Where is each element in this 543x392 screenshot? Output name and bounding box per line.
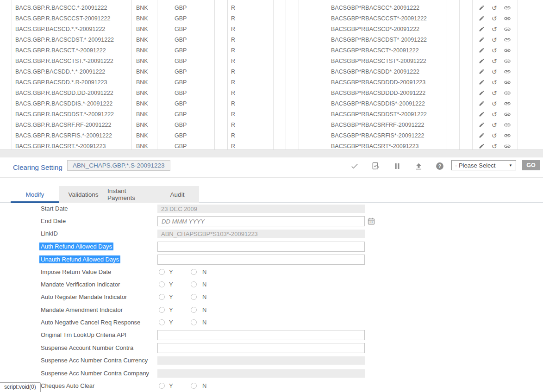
link-icon[interactable] — [504, 36, 511, 44]
cell-currency: GBP — [157, 132, 214, 139]
edit-icon[interactable] — [479, 100, 485, 106]
radio-n[interactable] — [191, 294, 197, 300]
table-row[interactable]: BACS.GBP.R.BACSRT.*-20091223 BNK GBP R B… — [12, 141, 518, 149]
edit-icon[interactable] — [479, 143, 485, 149]
form-row-auth-refund: Auth Refund Allowed Days — [0, 242, 543, 252]
cell-currency: GBP — [157, 58, 214, 64]
link-icon[interactable] — [504, 89, 511, 97]
edit-icon[interactable] — [479, 15, 485, 21]
cell-currency: GBP — [157, 37, 214, 43]
link-icon[interactable] — [504, 25, 511, 33]
undo-icon[interactable]: ↺ — [492, 37, 497, 43]
tab-modify[interactable]: Modify — [11, 186, 59, 203]
radio-y[interactable] — [159, 281, 165, 287]
table-row[interactable]: BACS.GBP.BACSDD.*.R-20091223 BNK GBP R B… — [12, 77, 518, 87]
undo-icon[interactable]: ↺ — [492, 58, 497, 64]
undo-icon[interactable]: ↺ — [492, 111, 497, 118]
link-icon[interactable] — [504, 121, 511, 129]
end-date-input[interactable] — [157, 216, 365, 226]
link-icon[interactable] — [504, 143, 511, 150]
tab-instant-payments[interactable]: Instant Payments — [107, 186, 156, 203]
link-icon[interactable] — [504, 15, 511, 22]
approve-check-icon[interactable] — [350, 162, 359, 171]
undo-icon[interactable]: ↺ — [492, 143, 497, 149]
row-actions: ↺ — [472, 2, 518, 13]
radio-n[interactable] — [191, 319, 197, 325]
upload-icon[interactable] — [414, 162, 423, 171]
edit-icon[interactable] — [479, 79, 485, 85]
radio-n-label: N — [202, 280, 206, 290]
edit-icon[interactable] — [479, 58, 485, 64]
cell-bank: BNK — [131, 143, 157, 149]
tab-validations[interactable]: Validations — [59, 186, 107, 203]
help-icon[interactable]: ? — [435, 162, 444, 171]
table-row[interactable]: BACS.GBP.R.BACSCC.*-20091222 BNK GBP R B… — [12, 2, 518, 13]
go-button[interactable]: GO — [522, 160, 540, 170]
radio-n-label: N — [202, 381, 206, 391]
link-icon[interactable] — [504, 132, 511, 139]
radio-n[interactable] — [191, 307, 197, 313]
radio-n[interactable] — [191, 383, 197, 389]
undo-icon[interactable]: ↺ — [492, 132, 497, 139]
action-select[interactable]: - Please Select ▼ — [451, 160, 516, 170]
calendar-icon[interactable]: 31 — [367, 217, 375, 227]
edit-icon[interactable] — [479, 68, 485, 75]
pause-icon[interactable] — [393, 162, 402, 171]
link-icon[interactable] — [504, 111, 511, 118]
link-icon[interactable] — [504, 57, 511, 65]
edit-icon[interactable] — [479, 111, 485, 117]
suspense-account-contra-input[interactable] — [157, 343, 365, 353]
undo-icon[interactable]: ↺ — [492, 79, 497, 86]
undo-icon[interactable]: ↺ — [492, 47, 497, 54]
radio-y[interactable] — [159, 307, 165, 313]
table-row[interactable]: BACS.GBP.R.BACSCT.*-20091222 BNK GBP R B… — [12, 45, 518, 56]
link-icon[interactable] — [504, 100, 511, 107]
undo-icon[interactable]: ↺ — [492, 15, 497, 22]
table-row[interactable]: BACS.GBP.R.BACSRFIS.*-20091222 BNK GBP R… — [12, 130, 518, 141]
edit-icon[interactable] — [479, 122, 485, 128]
edit-icon[interactable] — [479, 90, 485, 96]
radio-y[interactable] — [159, 383, 165, 389]
table-row[interactable]: BACS.GBP.R.BACSDDIS.*-20091222 BNK GBP R… — [12, 98, 518, 109]
radio-y[interactable] — [159, 294, 165, 300]
table-row[interactable]: BACS.GBP.BACSDD.*.*-20091222 BNK GBP R B… — [12, 66, 518, 77]
undo-icon[interactable]: ↺ — [492, 90, 497, 96]
edit-icon[interactable] — [479, 132, 485, 138]
link-icon[interactable] — [504, 4, 511, 12]
original-trn-lookup-input[interactable] — [157, 330, 365, 340]
cell-clearing-code: BACS.GBP.BACSDD.*.*-20091222 — [12, 68, 131, 75]
cell-mapped-code: BACSGBP*RBACSRFRF-20091222 — [328, 122, 447, 128]
undo-icon[interactable]: ↺ — [492, 26, 497, 32]
undo-icon[interactable]: ↺ — [492, 5, 497, 11]
radio-y[interactable] — [159, 319, 165, 325]
form-row-suspense-account: Suspense Account Number Contra — [0, 343, 543, 353]
cell-currency: GBP — [157, 79, 214, 86]
unauth-refund-days-input[interactable] — [157, 255, 365, 265]
radio-n[interactable] — [191, 269, 197, 275]
radio-y-label: Y — [169, 280, 173, 290]
field-label: Cheques Auto Clear — [41, 381, 94, 391]
edit-record-icon[interactable] — [371, 162, 381, 171]
link-icon[interactable] — [504, 68, 511, 75]
table-row[interactable]: BACS.GBP.R.BACSRF.RF-20091222 BNK GBP R … — [12, 119, 518, 130]
table-row[interactable]: BACS.GBP.R.BACSDD.DD-20091222 BNK GBP R … — [12, 87, 518, 98]
link-icon[interactable] — [504, 47, 511, 54]
edit-icon[interactable] — [479, 26, 485, 32]
cell-clearing-code: BACS.GBP.R.BACSDDST.*-20091222 — [12, 111, 131, 118]
link-icon[interactable] — [504, 79, 511, 86]
undo-icon[interactable]: ↺ — [492, 68, 497, 75]
edit-icon[interactable] — [479, 5, 485, 11]
radio-y[interactable] — [159, 269, 165, 275]
table-row[interactable]: BACS.GBP.R.BACSCCST-20091222 BNK GBP R B… — [12, 13, 518, 24]
table-row[interactable]: BACS.GBP.R.BACSCDST.*-20091222 BNK GBP R… — [12, 34, 518, 45]
tab-audit[interactable]: Audit — [156, 186, 199, 203]
radio-n[interactable] — [191, 281, 197, 287]
table-row[interactable]: BACS.GBP.R.BACSCTST.*-20091222 BNK GBP R… — [12, 56, 518, 66]
undo-icon[interactable]: ↺ — [492, 100, 497, 107]
edit-icon[interactable] — [479, 37, 485, 43]
table-row[interactable]: BACS.GBP.BACSCD.*.*-20091222 BNK GBP R B… — [12, 24, 518, 34]
auth-refund-days-input[interactable] — [157, 242, 365, 252]
undo-icon[interactable]: ↺ — [492, 122, 497, 128]
table-row[interactable]: BACS.GBP.R.BACSDDST.*-20091222 BNK GBP R… — [12, 109, 518, 119]
edit-icon[interactable] — [479, 47, 485, 53]
